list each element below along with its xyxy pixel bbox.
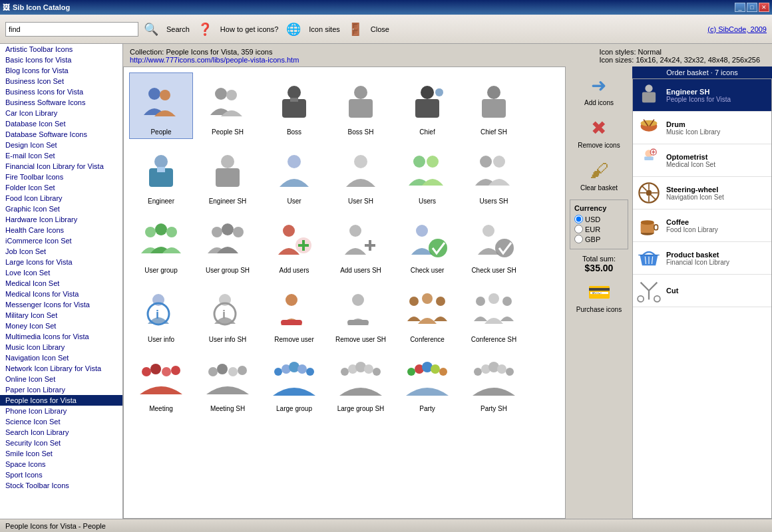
icon-item-check-user-sh[interactable]: Check user SH [462, 211, 526, 277]
sidebar-item-10[interactable]: E-mail Icon Set [0, 150, 122, 161]
basket-item-cut-b[interactable]: Cut [633, 275, 771, 307]
sidebar-item-6[interactable]: Car Icon Library [0, 108, 122, 118]
sidebar-item-29[interactable]: Navigation Icon Set [0, 352, 122, 363]
icon-item-meeting[interactable]: Meeting [129, 349, 193, 416]
search-input[interactable] [9, 25, 135, 33]
icon-item-conference-sh[interactable]: Conference SH [462, 280, 526, 346]
basket-item-optometrist-b[interactable]: OptometristMedical Icon Set [633, 144, 771, 177]
icon-item-people-sh[interactable]: People SH [196, 72, 260, 139]
sidebar-item-27[interactable]: Multimedia Icons for Vista [0, 331, 122, 342]
sidebar-item-8[interactable]: Database Software Icons [0, 129, 122, 140]
sidebar-item-41[interactable]: Stock Toolbar Icons [0, 480, 122, 491]
sidebar-item-1[interactable]: Basic Icons for Vista [0, 55, 122, 65]
sidebar-item-33[interactable]: People Icons for Vista [0, 395, 122, 406]
basket-item-engineer-sh-b[interactable]: Engineer SHPeople Icons for Vista [633, 79, 771, 112]
currency-eur[interactable]: EUR [574, 225, 624, 233]
sibcode-link[interactable]: (c) SibCode, 2009 [707, 25, 767, 33]
sidebar-item-21[interactable]: Love Icon Set [0, 267, 122, 278]
basket-item-steering-b[interactable]: Steering-wheelNavigation Icon Set [633, 177, 771, 209]
icon-item-party-sh[interactable]: Party SH [462, 349, 526, 416]
icon-item-boss[interactable]: Boss [262, 72, 326, 139]
icon-item-add-users[interactable]: Add users [262, 211, 326, 277]
icon-item-check-user[interactable]: Check user [395, 211, 459, 277]
sidebar-item-7[interactable]: Database Icon Set [0, 118, 122, 129]
basket-item-product-basket-b[interactable]: Product basketFinancial Icon Library [633, 242, 771, 275]
icon-item-engineer[interactable]: Engineer [129, 142, 193, 208]
sidebar-item-32[interactable]: Paper Icon Library [0, 384, 122, 395]
sidebar-item-31[interactable]: Online Icon Set [0, 374, 122, 384]
sidebar-item-30[interactable]: Network Icon Library for Vista [0, 363, 122, 374]
search-box[interactable] [5, 22, 138, 37]
sidebar-item-12[interactable]: Fire Toolbar Icons [0, 172, 122, 182]
search-button[interactable]: Search [164, 24, 192, 35]
icon-item-boss-sh[interactable]: Boss SH [329, 72, 393, 139]
icon-item-conference[interactable]: Conference [395, 280, 459, 346]
purchase-button[interactable]: 💳 Purchase icons [574, 279, 624, 316]
sidebar-item-2[interactable]: Blog Icons for Vista [0, 65, 122, 76]
icon-item-large-group-sh[interactable]: Large group SH [329, 349, 393, 416]
icon-item-user-group[interactable]: User group [129, 211, 193, 277]
icon-item-user[interactable]: User [262, 142, 326, 208]
sidebar-item-38[interactable]: Smile Icon Set [0, 448, 122, 459]
sidebar-item-0[interactable]: Artistic Toolbar Icons [0, 44, 122, 55]
sidebar-item-16[interactable]: Hardware Icon Library [0, 214, 122, 225]
basket-item-coffee-b[interactable]: CoffeeFood Icon Library [633, 209, 771, 242]
sidebar-item-18[interactable]: iCommerce Icon Set [0, 235, 122, 246]
icon-item-users[interactable]: Users [395, 142, 459, 208]
icon-item-user-sh[interactable]: User SH [329, 142, 393, 208]
maximize-button[interactable]: □ [747, 3, 757, 12]
sidebar-item-9[interactable]: Design Icon Set [0, 140, 122, 150]
icons-panel[interactable]: People People SH Boss Boss SH Chief Chie… [123, 66, 566, 519]
basket-scroll[interactable]: Engineer SHPeople Icons for VistaDrumMus… [632, 78, 772, 519]
icon-item-users-sh[interactable]: Users SH [462, 142, 526, 208]
icon-item-chief[interactable]: Chief [395, 72, 459, 139]
add-icons-button[interactable]: ➜ Add icons [582, 72, 616, 109]
sidebar-scroll[interactable]: Artistic Toolbar IconsBasic Icons for Vi… [0, 44, 122, 519]
sidebar-item-4[interactable]: Business Icons for Vista [0, 86, 122, 97]
sidebar-item-14[interactable]: Food Icon Library [0, 193, 122, 203]
sidebar-item-13[interactable]: Folder Icon Set [0, 182, 122, 193]
icon-item-people[interactable]: People [129, 72, 193, 139]
sidebar-item-17[interactable]: Health Care Icons [0, 225, 122, 235]
sidebar-item-19[interactable]: Job Icon Set [0, 246, 122, 257]
icon-item-remove-user[interactable]: Remove user [262, 280, 326, 346]
icon-item-engineer-sh[interactable]: Engineer SH [196, 142, 260, 208]
minimize-button[interactable]: _ [735, 3, 745, 12]
sidebar-item-5[interactable]: Business Software Icons [0, 97, 122, 108]
sidebar-item-35[interactable]: Science Icon Set [0, 416, 122, 427]
sidebar-item-39[interactable]: Space Icons [0, 459, 122, 469]
sidebar-item-24[interactable]: Messenger Icons for Vista [0, 299, 122, 310]
collection-link[interactable]: http://www.777icons.com/libs/people-vist… [130, 56, 299, 64]
icon-item-large-group[interactable]: Large group [262, 349, 326, 416]
sidebar-item-37[interactable]: Security Icon Set [0, 438, 122, 448]
sidebar-item-34[interactable]: Phone Icon Library [0, 406, 122, 416]
sidebar-item-36[interactable]: Search Icon Library [0, 427, 122, 438]
icon-item-chief-sh[interactable]: Chief SH [462, 72, 526, 139]
icon-item-meeting-sh[interactable]: Meeting SH [196, 349, 260, 416]
remove-icons-button[interactable]: ✖ Remove icons [575, 114, 622, 152]
sidebar-item-11[interactable]: Financial Icon Library for Vista [0, 161, 122, 172]
sidebar-item-23[interactable]: Medical Icons for Vista [0, 289, 122, 299]
icon-item-party[interactable]: Party [395, 349, 459, 416]
icon-sites-button[interactable]: Icon sites [306, 24, 342, 35]
howto-button[interactable]: How to get icons? [218, 24, 281, 35]
sidebar-item-26[interactable]: Money Icon Set [0, 321, 122, 331]
currency-usd[interactable]: USD [574, 215, 624, 223]
icon-item-user-info-sh[interactable]: i User info SH [196, 280, 260, 346]
sidebar-item-3[interactable]: Business Icon Set [0, 76, 122, 86]
sidebar-item-28[interactable]: Music Icon Library [0, 342, 122, 352]
sidebar-item-25[interactable]: Military Icon Set [0, 310, 122, 321]
icon-item-user-group-sh[interactable]: User group SH [196, 211, 260, 277]
sidebar-item-22[interactable]: Medical Icon Set [0, 278, 122, 289]
icon-item-add-users-sh[interactable]: Add users SH [329, 211, 393, 277]
sidebar-item-20[interactable]: Large Icons for Vista [0, 257, 122, 267]
icon-item-remove-user-sh[interactable]: Remove user SH [329, 280, 393, 346]
sidebar-item-15[interactable]: Graphic Icon Set [0, 203, 122, 214]
basket-item-drum-b[interactable]: DrumMusic Icon Library [633, 112, 771, 144]
clear-basket-button[interactable]: 🖌 Clear basket [578, 157, 620, 194]
icon-item-user-info[interactable]: i User info [129, 280, 193, 346]
currency-gbp[interactable]: GBP [574, 235, 624, 243]
sidebar-item-40[interactable]: Sport Icons [0, 469, 122, 480]
close-button[interactable]: ✕ [759, 3, 769, 12]
close-app-button[interactable]: Close [368, 24, 392, 35]
